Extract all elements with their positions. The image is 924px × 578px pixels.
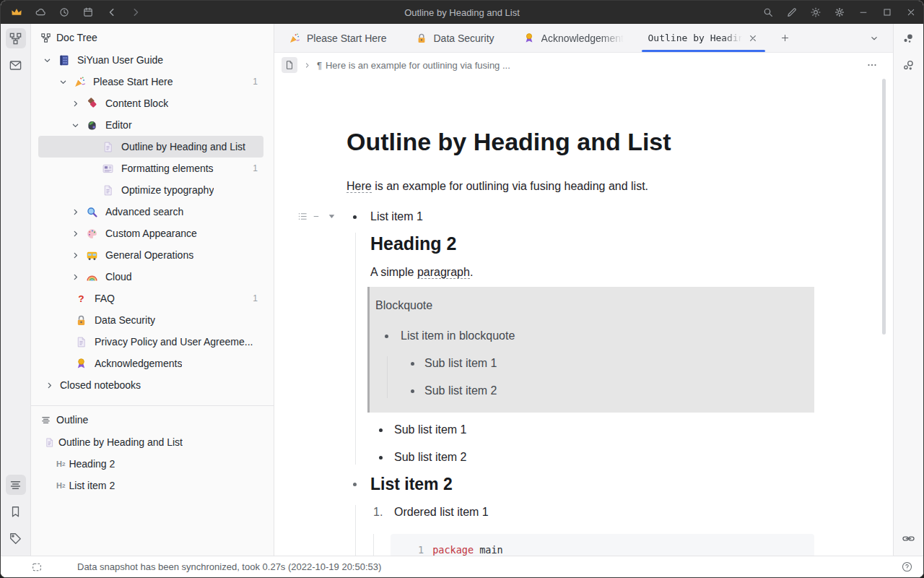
doc-tree-header: Doc Tree xyxy=(31,24,274,46)
graph-dock-button[interactable] xyxy=(899,28,919,48)
editor[interactable]: Outline by Heading and List Here is an e… xyxy=(274,77,893,556)
titlebar: Outline by Heading and List xyxy=(1,1,923,24)
toggle-collapsed-icon[interactable] xyxy=(70,250,86,261)
doc-tree-item-label: Content Block xyxy=(105,98,168,109)
toggle-collapsed-icon[interactable] xyxy=(70,98,86,109)
doc-tree-item[interactable]: General Operations xyxy=(38,244,263,266)
doc-count-badge: 1 xyxy=(248,77,263,87)
toggle-expanded-icon[interactable] xyxy=(42,55,58,66)
doc-tree-dock-button[interactable] xyxy=(6,28,26,48)
maximize-button[interactable] xyxy=(877,3,897,22)
tag-dock-button[interactable] xyxy=(6,528,26,548)
status-bar: Data snapshot has been synchronized, too… xyxy=(1,556,923,577)
doc-tree-icon xyxy=(9,32,22,46)
document-breadcrumb-button[interactable] xyxy=(282,57,297,73)
toggle-expanded-icon[interactable] xyxy=(70,120,86,131)
crown-button[interactable] xyxy=(6,3,26,22)
cloud-button[interactable] xyxy=(30,3,50,22)
doc-tree-item[interactable]: Formatting elements1 xyxy=(38,158,263,179)
minimize-button[interactable] xyxy=(853,3,873,22)
help-icon[interactable] xyxy=(901,561,913,573)
more-button[interactable] xyxy=(866,59,879,72)
doc-tree-item[interactable]: Editor xyxy=(38,114,263,136)
doc-count-badge: 1 xyxy=(248,163,263,173)
bullet xyxy=(379,456,383,460)
ordered-list-number: 1. xyxy=(373,505,394,519)
toggle-collapsed-icon[interactable] xyxy=(70,272,86,282)
bookmark-dock-button[interactable] xyxy=(6,501,26,522)
doc-tree-item[interactable]: Data Security xyxy=(38,309,263,331)
list-gutter-icon[interactable] xyxy=(297,211,308,222)
link-dock-button[interactable] xyxy=(899,528,919,548)
tab[interactable]: Please Start Here xyxy=(274,24,401,52)
doc-tree-item[interactable]: ?FAQ1 xyxy=(38,288,263,309)
block-ref[interactable]: paragraph xyxy=(417,266,470,279)
ordered-list-item: 1. Ordered list item 1 xyxy=(370,505,814,519)
bullet xyxy=(353,215,357,219)
close-button[interactable] xyxy=(901,3,920,22)
heading-2: Heading 2 xyxy=(370,233,814,254)
calendar-button[interactable] xyxy=(78,3,97,22)
doc-tree: SiYuan User GuidePlease Start Here1Conte… xyxy=(31,49,274,396)
history-button[interactable] xyxy=(54,3,74,22)
doc-tree-item[interactable]: Optimize typography xyxy=(38,179,263,201)
breadcrumb-item[interactable]: ¶ Here is an example for outlining via f… xyxy=(317,60,510,71)
doc-tree-item-label: Closed notebooks xyxy=(60,379,141,391)
tab-label: Please Start Here xyxy=(307,33,387,44)
doc-tree-item[interactable]: Content Block xyxy=(38,92,263,114)
list-item-gutter-icon[interactable] xyxy=(312,211,323,222)
toggle-collapsed-icon[interactable] xyxy=(44,380,60,391)
doc-tree-item[interactable]: Privacy Policy and User Agreeme... xyxy=(38,331,263,353)
gear-button[interactable] xyxy=(829,3,849,22)
doc-tree-item[interactable]: Acknowledgements xyxy=(38,353,263,374)
code-block[interactable]: 1package main xyxy=(391,534,814,556)
chevron-left-button[interactable] xyxy=(102,3,121,22)
history-icon xyxy=(58,7,70,18)
outline-item[interactable]: Outline by Heading and List xyxy=(38,431,263,453)
outline-dock-button[interactable] xyxy=(6,475,26,495)
bus-icon xyxy=(86,249,98,262)
inbox-dock-button[interactable] xyxy=(6,55,26,75)
document-icon xyxy=(75,336,87,348)
toggle-expanded-icon[interactable] xyxy=(58,77,74,87)
tag-icon xyxy=(9,532,22,545)
outline-item[interactable]: H2Heading 2 xyxy=(38,453,263,475)
list-item-2-heading: List item 2 xyxy=(370,473,453,495)
block-ref[interactable]: Here xyxy=(346,180,372,193)
doc-tree-title: Doc Tree xyxy=(56,32,97,43)
palette-icon xyxy=(86,228,98,240)
doc-tree-item[interactable]: Outline by Heading and List xyxy=(38,136,263,158)
search-button[interactable] xyxy=(758,3,777,22)
toggle-collapsed-icon[interactable] xyxy=(70,207,86,217)
doc-tree-panel: Doc Tree SiYuan User GuidePlease Start H… xyxy=(31,24,274,405)
doc-tree-item[interactable]: Closed notebooks xyxy=(38,374,263,396)
doc-tree-item-label: Please Start Here xyxy=(93,76,173,87)
toggle-collapsed-icon[interactable] xyxy=(70,228,86,239)
document-icon xyxy=(102,141,114,153)
doc-tree-item[interactable]: Custom Appearance xyxy=(38,223,263,244)
tab-list-button[interactable] xyxy=(866,30,883,47)
collapse-arrow-icon[interactable] xyxy=(326,211,337,222)
doc-tree-item-label: Custom Appearance xyxy=(105,228,197,239)
outline-list: Outline by Heading and ListH2Heading 2H2… xyxy=(31,431,274,496)
outline-item[interactable]: H2List item 2 xyxy=(38,475,263,496)
doc-tree-item[interactable]: Please Start Here1 xyxy=(38,71,263,92)
tab[interactable]: Acknowledgements xyxy=(509,24,638,52)
sun-button[interactable] xyxy=(806,3,825,22)
status-message: Data snapshot has been synchronized, too… xyxy=(77,561,381,572)
intro-text: is an example for outlining via fusing h… xyxy=(372,180,648,192)
pencil-button[interactable] xyxy=(782,3,801,22)
search-icon xyxy=(762,7,774,18)
outline-item-label: Heading 2 xyxy=(69,458,115,470)
doc-tree-item[interactable]: Cloud xyxy=(38,266,263,288)
global-graph-dock-button[interactable] xyxy=(899,55,919,75)
tab-close-icon[interactable] xyxy=(747,33,759,44)
editor-scrollbar[interactable] xyxy=(882,79,886,335)
block-gutter[interactable] xyxy=(297,211,337,222)
doc-tree-item[interactable]: SiYuan User Guide xyxy=(38,49,263,71)
tab[interactable]: Outline by Heading and List xyxy=(638,24,769,52)
doc-tree-item[interactable]: Advanced search xyxy=(38,201,263,223)
tab[interactable]: Data Security xyxy=(401,24,509,52)
new-tab-button[interactable] xyxy=(775,27,796,49)
chevron-right-button[interactable] xyxy=(126,3,145,22)
